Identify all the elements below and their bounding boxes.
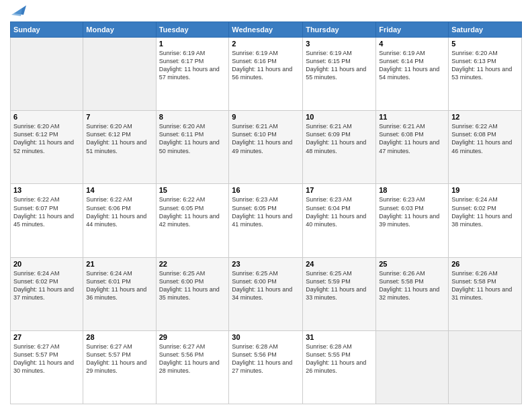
day-info: Sunrise: 6:23 AM Sunset: 6:04 PM Dayligh… bbox=[306, 195, 373, 228]
day-number: 15 bbox=[159, 186, 226, 194]
day-info: Sunrise: 6:25 AM Sunset: 6:00 PM Dayligh… bbox=[232, 269, 300, 302]
calendar-cell: 6Sunrise: 6:20 AM Sunset: 6:12 PM Daylig… bbox=[11, 111, 83, 184]
calendar-cell: 29Sunrise: 6:27 AM Sunset: 5:56 PM Dayli… bbox=[156, 330, 229, 404]
day-number: 3 bbox=[306, 40, 373, 48]
day-number: 5 bbox=[451, 40, 519, 48]
day-info: Sunrise: 6:20 AM Sunset: 6:12 PM Dayligh… bbox=[13, 122, 80, 155]
calendar-cell: 23Sunrise: 6:25 AM Sunset: 6:00 PM Dayli… bbox=[229, 257, 303, 330]
day-number: 24 bbox=[306, 260, 373, 268]
day-info: Sunrise: 6:22 AM Sunset: 6:05 PM Dayligh… bbox=[159, 195, 226, 228]
day-info: Sunrise: 6:20 AM Sunset: 6:13 PM Dayligh… bbox=[451, 49, 519, 82]
calendar-cell: 20Sunrise: 6:24 AM Sunset: 6:02 PM Dayli… bbox=[11, 257, 83, 330]
day-number: 6 bbox=[13, 113, 80, 121]
calendar-cell bbox=[376, 330, 449, 404]
day-number: 29 bbox=[159, 333, 226, 341]
calendar-header-wednesday: Wednesday bbox=[229, 22, 303, 38]
calendar-week-5: 27Sunrise: 6:27 AM Sunset: 5:57 PM Dayli… bbox=[11, 330, 522, 404]
calendar-header-tuesday: Tuesday bbox=[156, 22, 229, 38]
day-info: Sunrise: 6:19 AM Sunset: 6:16 PM Dayligh… bbox=[232, 49, 300, 82]
day-info: Sunrise: 6:25 AM Sunset: 6:00 PM Dayligh… bbox=[159, 269, 226, 302]
calendar-cell: 8Sunrise: 6:20 AM Sunset: 6:11 PM Daylig… bbox=[156, 111, 229, 184]
day-info: Sunrise: 6:23 AM Sunset: 6:03 PM Dayligh… bbox=[379, 195, 445, 228]
calendar-week-4: 20Sunrise: 6:24 AM Sunset: 6:02 PM Dayli… bbox=[11, 257, 522, 330]
day-info: Sunrise: 6:22 AM Sunset: 6:08 PM Dayligh… bbox=[451, 122, 519, 155]
day-number: 22 bbox=[159, 260, 226, 268]
day-info: Sunrise: 6:27 AM Sunset: 5:56 PM Dayligh… bbox=[159, 342, 226, 375]
day-number: 31 bbox=[306, 333, 373, 341]
day-info: Sunrise: 6:20 AM Sunset: 6:12 PM Dayligh… bbox=[86, 122, 152, 155]
day-info: Sunrise: 6:19 AM Sunset: 6:14 PM Dayligh… bbox=[379, 49, 445, 82]
day-number: 25 bbox=[379, 260, 445, 268]
calendar-cell: 30Sunrise: 6:28 AM Sunset: 5:56 PM Dayli… bbox=[229, 330, 303, 404]
day-number: 7 bbox=[86, 113, 152, 121]
day-number: 4 bbox=[379, 40, 445, 48]
day-info: Sunrise: 6:27 AM Sunset: 5:57 PM Dayligh… bbox=[86, 342, 152, 375]
day-info: Sunrise: 6:22 AM Sunset: 6:07 PM Dayligh… bbox=[13, 195, 80, 228]
calendar-week-1: 1Sunrise: 6:19 AM Sunset: 6:17 PM Daylig… bbox=[11, 38, 522, 111]
day-number: 12 bbox=[451, 113, 519, 121]
logo bbox=[10, 7, 26, 16]
calendar-cell bbox=[83, 38, 156, 111]
calendar-cell: 14Sunrise: 6:22 AM Sunset: 6:06 PM Dayli… bbox=[83, 184, 156, 257]
day-number: 17 bbox=[306, 186, 373, 194]
calendar-cell: 4Sunrise: 6:19 AM Sunset: 6:14 PM Daylig… bbox=[376, 38, 449, 111]
day-info: Sunrise: 6:28 AM Sunset: 5:56 PM Dayligh… bbox=[232, 342, 300, 375]
day-info: Sunrise: 6:28 AM Sunset: 5:55 PM Dayligh… bbox=[306, 342, 373, 375]
day-number: 8 bbox=[159, 113, 226, 121]
logo-wing-icon bbox=[11, 4, 26, 16]
calendar-table: SundayMondayTuesdayWednesdayThursdayFrid… bbox=[10, 21, 522, 404]
day-number: 21 bbox=[86, 260, 152, 268]
calendar-cell: 15Sunrise: 6:22 AM Sunset: 6:05 PM Dayli… bbox=[156, 184, 229, 257]
day-number: 19 bbox=[451, 186, 519, 194]
calendar-header-saturday: Saturday bbox=[449, 22, 522, 38]
day-info: Sunrise: 6:26 AM Sunset: 5:58 PM Dayligh… bbox=[379, 269, 445, 302]
day-info: Sunrise: 6:21 AM Sunset: 6:10 PM Dayligh… bbox=[232, 122, 300, 155]
calendar-cell: 22Sunrise: 6:25 AM Sunset: 6:00 PM Dayli… bbox=[156, 257, 229, 330]
calendar-cell: 12Sunrise: 6:22 AM Sunset: 6:08 PM Dayli… bbox=[449, 111, 522, 184]
calendar-cell: 11Sunrise: 6:21 AM Sunset: 6:08 PM Dayli… bbox=[376, 111, 449, 184]
calendar-week-3: 13Sunrise: 6:22 AM Sunset: 6:07 PM Dayli… bbox=[11, 184, 522, 257]
page: SundayMondayTuesdayWednesdayThursdayFrid… bbox=[0, 0, 532, 411]
day-number: 14 bbox=[86, 186, 152, 194]
calendar-cell: 31Sunrise: 6:28 AM Sunset: 5:55 PM Dayli… bbox=[303, 330, 376, 404]
calendar-cell: 26Sunrise: 6:26 AM Sunset: 5:58 PM Dayli… bbox=[449, 257, 522, 330]
calendar-cell: 18Sunrise: 6:23 AM Sunset: 6:03 PM Dayli… bbox=[376, 184, 449, 257]
calendar-cell: 5Sunrise: 6:20 AM Sunset: 6:13 PM Daylig… bbox=[449, 38, 522, 111]
day-number: 2 bbox=[232, 40, 300, 48]
day-info: Sunrise: 6:24 AM Sunset: 6:02 PM Dayligh… bbox=[451, 195, 519, 228]
day-number: 9 bbox=[232, 113, 300, 121]
day-number: 30 bbox=[232, 333, 300, 341]
day-info: Sunrise: 6:23 AM Sunset: 6:05 PM Dayligh… bbox=[232, 195, 300, 228]
day-info: Sunrise: 6:27 AM Sunset: 5:57 PM Dayligh… bbox=[13, 342, 80, 375]
calendar-header-thursday: Thursday bbox=[303, 22, 376, 38]
calendar-cell: 2Sunrise: 6:19 AM Sunset: 6:16 PM Daylig… bbox=[229, 38, 303, 111]
calendar-header-sunday: Sunday bbox=[11, 22, 83, 38]
calendar-cell: 13Sunrise: 6:22 AM Sunset: 6:07 PM Dayli… bbox=[11, 184, 83, 257]
calendar-header-friday: Friday bbox=[376, 22, 449, 38]
calendar-cell: 7Sunrise: 6:20 AM Sunset: 6:12 PM Daylig… bbox=[83, 111, 156, 184]
day-info: Sunrise: 6:21 AM Sunset: 6:08 PM Dayligh… bbox=[379, 122, 445, 155]
calendar-cell bbox=[11, 38, 83, 111]
day-number: 26 bbox=[451, 260, 519, 268]
calendar-week-2: 6Sunrise: 6:20 AM Sunset: 6:12 PM Daylig… bbox=[11, 111, 522, 184]
day-number: 20 bbox=[13, 260, 80, 268]
day-number: 28 bbox=[86, 333, 152, 341]
day-info: Sunrise: 6:22 AM Sunset: 6:06 PM Dayligh… bbox=[86, 195, 152, 228]
calendar-cell: 19Sunrise: 6:24 AM Sunset: 6:02 PM Dayli… bbox=[449, 184, 522, 257]
calendar-cell: 17Sunrise: 6:23 AM Sunset: 6:04 PM Dayli… bbox=[303, 184, 376, 257]
calendar-cell: 25Sunrise: 6:26 AM Sunset: 5:58 PM Dayli… bbox=[376, 257, 449, 330]
day-number: 13 bbox=[13, 186, 80, 194]
calendar-cell: 1Sunrise: 6:19 AM Sunset: 6:17 PM Daylig… bbox=[156, 38, 229, 111]
calendar-header-row: SundayMondayTuesdayWednesdayThursdayFrid… bbox=[11, 22, 522, 38]
calendar-cell: 10Sunrise: 6:21 AM Sunset: 6:09 PM Dayli… bbox=[303, 111, 376, 184]
calendar-cell: 16Sunrise: 6:23 AM Sunset: 6:05 PM Dayli… bbox=[229, 184, 303, 257]
calendar-cell bbox=[449, 330, 522, 404]
svg-marker-1 bbox=[11, 8, 22, 16]
calendar-cell: 28Sunrise: 6:27 AM Sunset: 5:57 PM Dayli… bbox=[83, 330, 156, 404]
day-info: Sunrise: 6:20 AM Sunset: 6:11 PM Dayligh… bbox=[159, 122, 226, 155]
day-info: Sunrise: 6:24 AM Sunset: 6:01 PM Dayligh… bbox=[86, 269, 152, 302]
day-number: 23 bbox=[232, 260, 300, 268]
day-info: Sunrise: 6:25 AM Sunset: 5:59 PM Dayligh… bbox=[306, 269, 373, 302]
calendar-cell: 3Sunrise: 6:19 AM Sunset: 6:15 PM Daylig… bbox=[303, 38, 376, 111]
day-number: 27 bbox=[13, 333, 80, 341]
